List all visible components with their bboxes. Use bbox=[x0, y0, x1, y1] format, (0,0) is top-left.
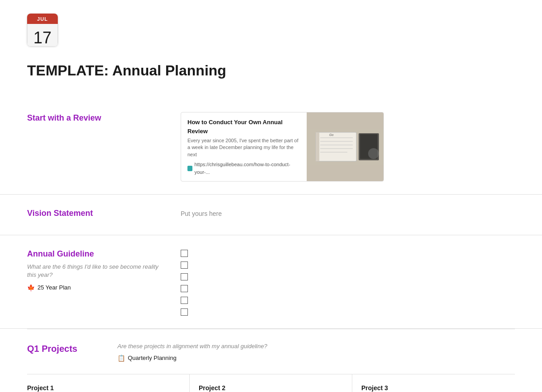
svg-text:Go: Go bbox=[329, 133, 333, 136]
section-heading-review: Start with a Review bbox=[27, 112, 163, 124]
page-title: TEMPLATE: Annual Planning bbox=[27, 60, 515, 81]
checkbox-item-5[interactable] bbox=[181, 297, 515, 304]
section-row-guideline: Annual Guideline What are the 6 things I… bbox=[27, 235, 515, 328]
link-preview-desc: Every year since 2005, I've spent the be… bbox=[187, 137, 300, 158]
link-url-text: https://chrisguillebeau.com/how-to-condu… bbox=[194, 161, 300, 176]
section-q1-projects: Q1 Projects Are these projects in alignm… bbox=[27, 329, 515, 392]
checkbox-list-guideline bbox=[181, 248, 515, 316]
project-3-col: Project 3 Name of Project Milestones/Key… bbox=[352, 374, 515, 392]
svg-rect-2 bbox=[316, 132, 319, 161]
page-container: JUL 17 TEMPLATE: Annual Planning Start w… bbox=[0, 0, 542, 392]
link-preview-text: How to Conduct Your Own Annual Review Ev… bbox=[181, 112, 307, 181]
section-content-review: How to Conduct Your Own Annual Review Ev… bbox=[181, 112, 515, 182]
link-preview-card[interactable]: How to Conduct Your Own Annual Review Ev… bbox=[181, 112, 384, 182]
checkbox-item-6[interactable] bbox=[181, 308, 515, 316]
project-1-col: Project 1 Name of Project Milestones/Key… bbox=[27, 374, 190, 392]
projects-grid: Project 1 Name of Project Milestones/Key… bbox=[27, 374, 515, 392]
section-start-review: Start with a Review How to Conduct Your … bbox=[27, 99, 515, 194]
section-vision: Vision Statement Put yours here bbox=[27, 195, 515, 235]
calendar-day: 17 bbox=[27, 24, 58, 47]
q1-link-label: Quarterly Planning bbox=[128, 354, 177, 363]
favicon-icon bbox=[187, 166, 192, 171]
section-heading-vision: Vision Statement bbox=[27, 207, 163, 219]
checkbox-2[interactable] bbox=[181, 261, 188, 269]
section-row-vision: Vision Statement Put yours here bbox=[27, 195, 515, 235]
section-annual-guideline: Annual Guideline What are the 6 things I… bbox=[27, 235, 515, 328]
link-preview-url: https://chrisguillebeau.com/how-to-condu… bbox=[187, 161, 300, 176]
q1-link-emoji: 📋 bbox=[117, 354, 125, 363]
q1-subtitle: Are these projects in alignment with my … bbox=[117, 342, 267, 351]
project-3-label: Project 3 bbox=[361, 383, 515, 392]
calendar-icon: JUL 17 bbox=[27, 14, 58, 46]
project-2-col: Project 2 Name of Project Milestones/Key… bbox=[190, 374, 352, 392]
section-label-vision: Vision Statement bbox=[27, 207, 163, 222]
calendar-month: JUL bbox=[27, 14, 58, 24]
vision-placeholder: Put yours here bbox=[181, 207, 515, 219]
guideline-link[interactable]: 🍁 25 Year Plan bbox=[27, 283, 163, 293]
project-2-label: Project 2 bbox=[199, 383, 343, 392]
notebook-svg: Go bbox=[307, 129, 383, 165]
svg-point-10 bbox=[368, 148, 379, 159]
svg-rect-1 bbox=[316, 132, 356, 161]
checkbox-item-3[interactable] bbox=[181, 273, 515, 280]
project-1-label: Project 1 bbox=[27, 383, 180, 392]
guideline-link-emoji: 🍁 bbox=[27, 283, 35, 293]
section-content-guideline bbox=[181, 248, 515, 316]
section-label-review: Start with a Review bbox=[27, 112, 163, 127]
section-row-review: Start with a Review How to Conduct Your … bbox=[27, 99, 515, 194]
guideline-link-label: 25 Year Plan bbox=[37, 283, 71, 292]
section-subtext-guideline: What are the 6 things I'd like to see be… bbox=[27, 263, 163, 279]
checkbox-6[interactable] bbox=[181, 308, 188, 316]
checkbox-4[interactable] bbox=[181, 285, 188, 292]
link-preview-image: Go bbox=[307, 112, 383, 181]
q1-title: Q1 Projects bbox=[27, 342, 99, 355]
checkbox-5[interactable] bbox=[181, 297, 188, 304]
checkbox-1[interactable] bbox=[181, 250, 188, 257]
section-content-vision: Put yours here bbox=[181, 207, 515, 219]
q1-header: Q1 Projects Are these projects in alignm… bbox=[27, 342, 515, 363]
link-preview-title: How to Conduct Your Own Annual Review bbox=[187, 118, 300, 135]
checkbox-item-2[interactable] bbox=[181, 261, 515, 269]
q1-link[interactable]: 📋 Quarterly Planning bbox=[117, 354, 267, 363]
section-heading-guideline: Annual Guideline bbox=[27, 248, 163, 260]
checkbox-item-1[interactable] bbox=[181, 250, 515, 257]
q1-meta: Are these projects in alignment with my … bbox=[117, 342, 267, 363]
checkbox-3[interactable] bbox=[181, 273, 188, 280]
section-label-guideline: Annual Guideline What are the 6 things I… bbox=[27, 248, 163, 292]
checkbox-item-4[interactable] bbox=[181, 285, 515, 292]
